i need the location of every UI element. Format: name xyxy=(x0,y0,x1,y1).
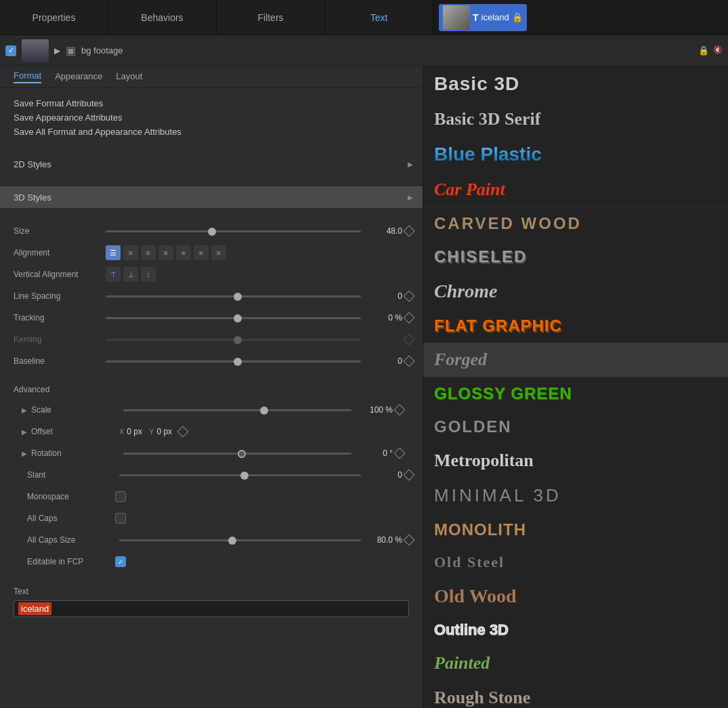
text-input-selected[interactable]: iceland xyxy=(18,602,51,615)
style-label-glossy-green: GLOSSY GREEN xyxy=(434,384,572,402)
2d-styles-arrow: ▶ xyxy=(408,161,413,168)
offset-keyframe[interactable] xyxy=(177,426,189,438)
kerning-keyframe xyxy=(404,334,415,346)
line-spacing-keyframe[interactable] xyxy=(404,291,415,302)
all-caps-size-keyframe[interactable] xyxy=(404,535,415,546)
line-spacing-label: Line Spacing xyxy=(14,291,102,301)
style-item-metropolitan[interactable]: Metropolitan xyxy=(423,444,728,478)
lock-icon: 🔒 xyxy=(512,12,523,22)
kerning-slider[interactable] xyxy=(106,339,361,341)
scale-value: 100 % xyxy=(356,405,393,415)
scale-thumb xyxy=(260,407,268,415)
style-item-forged[interactable]: Forged xyxy=(423,343,728,377)
slant-slider[interactable] xyxy=(119,474,361,476)
baseline-slider[interactable] xyxy=(106,360,361,362)
scale-slider[interactable] xyxy=(123,409,351,411)
bg-layer-label: bg footage xyxy=(81,45,123,56)
align-justify3[interactable]: ≡ xyxy=(194,245,209,260)
offset-label: Offset xyxy=(31,427,119,436)
style-item-painted[interactable]: Painted xyxy=(423,646,728,681)
top-tab-group: Properties Behaviors Filters Text xyxy=(0,0,433,35)
align-right[interactable]: ≡ xyxy=(141,245,156,260)
slant-thumb xyxy=(240,472,249,480)
line-spacing-slider[interactable] xyxy=(106,295,361,297)
monospace-checkbox[interactable] xyxy=(115,491,126,502)
rotation-keyframe[interactable] xyxy=(394,448,406,459)
style-item-outline-3d[interactable]: Outline 3D xyxy=(423,615,728,646)
style-label-outline-3d: Outline 3D xyxy=(434,621,509,638)
baseline-keyframe[interactable] xyxy=(404,356,415,367)
editable-fcp-checkbox[interactable]: ✓ xyxy=(115,556,126,567)
style-item-chrome[interactable]: Chrome xyxy=(423,274,728,310)
sub-tab-format[interactable]: Format xyxy=(14,70,41,83)
style-label-car-paint: Car Paint xyxy=(434,180,505,199)
tab-filters[interactable]: Filters xyxy=(217,0,325,35)
align-justify4[interactable]: ≡ xyxy=(211,245,226,260)
menu-save-appearance[interactable]: Save Appearance Attributes xyxy=(14,110,409,125)
align-justify2[interactable]: ≡ xyxy=(176,245,191,260)
offset-x-value: 0 px xyxy=(127,427,142,436)
slant-keyframe[interactable] xyxy=(404,470,415,481)
all-caps-size-slider[interactable] xyxy=(119,539,361,541)
alignment-label: Alignment xyxy=(14,248,102,257)
style-item-minimal-3d[interactable]: MINIMAL 3D xyxy=(423,478,728,514)
layer-header: T iceland 🔒 xyxy=(433,0,728,35)
style-item-rough-stone[interactable]: Rough Stone xyxy=(423,681,728,708)
text-section: Text iceland xyxy=(0,580,423,624)
tracking-slider[interactable] xyxy=(106,317,361,319)
align-left[interactable]: ☰ xyxy=(106,245,121,260)
top-bar: Properties Behaviors Filters Text T icel… xyxy=(0,0,728,35)
align-center[interactable]: ≡ xyxy=(123,245,138,260)
tab-properties[interactable]: Properties xyxy=(0,0,108,35)
sub-tab-layout[interactable]: Layout xyxy=(116,71,142,83)
style-item-old-steel[interactable]: Old Steel xyxy=(423,547,728,579)
bg-layer-thumbnail xyxy=(22,39,49,62)
style-item-monolith[interactable]: MONOLITH xyxy=(423,514,728,547)
align-justify[interactable]: ≡ xyxy=(158,245,173,260)
valign-top[interactable]: ⊤ xyxy=(106,267,121,282)
menu-save-all[interactable]: Save All Format and Appearance Attribute… xyxy=(14,125,409,139)
style-item-blue-plastic[interactable]: Blue Plastic xyxy=(423,137,728,173)
tab-behaviors[interactable]: Behaviors xyxy=(108,0,217,35)
style-label-old-wood: Old Wood xyxy=(434,585,517,606)
size-keyframe[interactable] xyxy=(404,226,415,237)
text-input-wrapper[interactable]: iceland xyxy=(14,600,409,617)
valign-middle[interactable]: ⊥ xyxy=(123,267,138,282)
all-caps-checkbox[interactable] xyxy=(115,513,126,524)
size-slider[interactable] xyxy=(106,230,361,232)
style-item-basic-3d[interactable]: Basic 3D xyxy=(423,66,728,102)
style-item-chiseled[interactable]: CHISELED xyxy=(423,241,728,274)
3d-styles-row[interactable]: 3D Styles ▶ xyxy=(0,186,423,208)
tracking-keyframe[interactable] xyxy=(404,312,415,324)
size-value: 48.0 xyxy=(365,226,402,236)
valign-buttons: ⊤ ⊥ ↕ xyxy=(106,267,409,282)
alignment-buttons: ☰ ≡ ≡ ≡ ≡ ≡ ≡ xyxy=(106,245,409,260)
line-spacing-thumb xyxy=(234,293,242,301)
style-item-old-wood[interactable]: Old Wood xyxy=(423,579,728,615)
advanced-header[interactable]: Advanced xyxy=(0,379,423,400)
style-label-basic-3d-serif: Basic 3D Serif xyxy=(434,109,540,129)
iceland-layer-chip[interactable]: T iceland 🔒 xyxy=(439,4,527,31)
advanced-properties: ▶ Scale 100 % ▶ Offset X 0 px Y 0 px xyxy=(0,400,423,580)
style-item-golden[interactable]: GOLDEN xyxy=(423,411,728,444)
scale-keyframe[interactable] xyxy=(394,404,406,416)
style-label-chrome: Chrome xyxy=(434,280,497,301)
rotation-slider[interactable] xyxy=(123,453,351,455)
style-item-flat-graphic[interactable]: FLAT GRAPHIC xyxy=(423,310,728,343)
3d-styles-arrow: ▶ xyxy=(408,194,413,201)
tab-text[interactable]: Text xyxy=(325,0,433,35)
sub-tab-appearance[interactable]: Appearance xyxy=(55,71,102,83)
bg-layer-checkbox[interactable]: ✓ xyxy=(5,45,16,56)
2d-styles-row[interactable]: 2D Styles ▶ xyxy=(0,153,423,175)
text-section-label: Text xyxy=(14,587,409,596)
style-item-glossy-green[interactable]: GLOSSY GREEN xyxy=(423,377,728,411)
style-item-car-paint[interactable]: Car Paint xyxy=(423,173,728,207)
offset-row: ▶ Offset X 0 px Y 0 px xyxy=(14,421,413,442)
style-item-basic-3d-serif[interactable]: Basic 3D Serif xyxy=(423,102,728,137)
style-label-painted: Painted xyxy=(434,653,490,673)
menu-save-format[interactable]: Save Format Attributes xyxy=(14,96,409,110)
style-item-carved-wood[interactable]: CARVED WOOD xyxy=(423,207,728,241)
bg-footage-row: ✓ ▶ ▣ bg footage 🔒 🔇 xyxy=(0,35,728,66)
valign-bottom[interactable]: ↕ xyxy=(141,267,156,282)
rotation-expand-icon: ▶ xyxy=(22,450,27,457)
